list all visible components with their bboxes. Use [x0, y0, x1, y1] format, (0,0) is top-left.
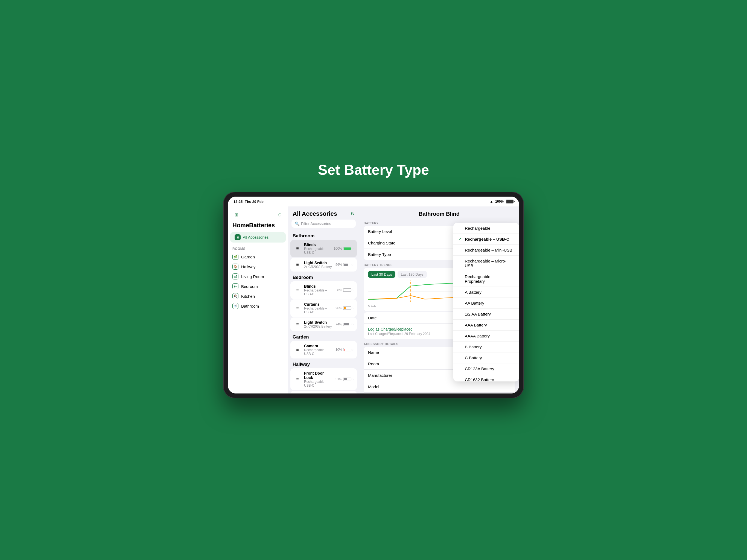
battery-bar-fill [344, 349, 344, 351]
accessory-card[interactable]: ≡ Camera Rechargeable – USB-C 10% › [290, 341, 357, 358]
accessory-card[interactable]: ≡ Smoke Alarm Not Replaceable 12% › [290, 391, 357, 393]
acc-right: 56% › [335, 263, 354, 266]
battery-body [506, 200, 514, 203]
refresh-button[interactable]: ↻ [351, 211, 355, 217]
ipad-screen: 13:25 Thu 29 Feb ▲ 100% ⊞ [228, 197, 519, 393]
dropdown-item[interactable]: AAAA Battery [453, 331, 519, 341]
acc-name: Curtains [304, 302, 333, 307]
last-charged-text: Last Charged/Replaced: 29 February 2024 [368, 332, 430, 336]
sidebar-item-bathroom[interactable]: 🚿 Bathroom [228, 301, 288, 311]
battery-bar-fill [344, 263, 348, 266]
battery-percent: 56% [335, 263, 342, 266]
dropdown-item-label: Rechargeable – USB-C [465, 237, 509, 241]
dropdown-item-label: CR1632 Battery [465, 377, 494, 381]
dropdown-item[interactable]: Rechargeable – Proprietary [453, 271, 519, 287]
accessory-card[interactable]: ≡ Blinds Rechargeable – USB-C 100% › [290, 240, 357, 257]
accessories-panel: All Accessories ↻ 🔍 Filter Accessories B… [288, 206, 359, 393]
room-icon: 🌿 [232, 254, 238, 260]
battery-bar [343, 323, 351, 326]
sidebar-item-garden[interactable]: 🌿 Garden [228, 252, 288, 262]
acc-info: Front Door Lock Rechargeable – USB-C [304, 371, 333, 387]
status-right: ▲ 100% [490, 200, 514, 203]
detail-panel: Bathroom Blind BATTERY Battery Level Cha… [359, 206, 519, 393]
name-label: Name [368, 350, 379, 355]
acc-right: 8% › [337, 288, 354, 292]
room-name: Kitchen [241, 294, 255, 299]
log-action-link[interactable]: Log as Charged/Replaced [368, 327, 413, 331]
sidebar-item-hallway[interactable]: 🏠 Hallway [228, 262, 288, 272]
dropdown-item[interactable]: AAA Battery [453, 320, 519, 331]
accessory-card[interactable]: ≡ Light Switch 2x CR2032 Battery 56% › [290, 258, 357, 272]
dropdown-item[interactable]: CR123A Battery [453, 363, 519, 374]
dropdown-item[interactable]: ✓ Rechargeable – USB-C [453, 234, 519, 245]
detail-title: Bathroom Blind [364, 211, 515, 217]
acc-right: 74% › [335, 322, 354, 326]
battery-type-dropdown[interactable]: Rechargeable✓ Rechargeable – USB-C Recha… [453, 223, 519, 381]
acc-name: Front Door Lock [304, 371, 333, 380]
dropdown-item-label: Rechargeable – Proprietary [465, 274, 514, 284]
acc-info: Curtains Rechargeable – USB-C [304, 302, 333, 314]
acc-name: Light Switch [304, 261, 333, 265]
sidebar-item-bedroom[interactable]: 🛏 Bedroom [228, 281, 288, 291]
accessories-list: Bathroom ≡ Blinds Rechargeable – USB-C 1… [288, 230, 359, 393]
sidebar-item-living-room[interactable]: 🛋 Living Room [228, 272, 288, 281]
acc-name: Blinds [304, 243, 331, 247]
tab-180-days[interactable]: Last 180 Days [397, 271, 427, 278]
dropdown-item[interactable]: Rechargeable – Micro-USB [453, 256, 519, 271]
accessory-card[interactable]: ≡ Front Door Lock Rechargeable – USB-C 5… [290, 368, 357, 390]
acc-sub: Rechargeable – USB-C [304, 307, 333, 314]
accessory-icon: ≡ [294, 261, 301, 269]
acc-sub: Rechargeable – USB-C [304, 380, 333, 387]
manufacturer-label: Manufacturer [368, 373, 392, 378]
sidebar: ⊞ ⊕ HomeBatteries ⊞ All Accessories Room… [228, 206, 288, 393]
accessory-icon: ≡ [294, 346, 301, 354]
sidebar-item-kitchen[interactable]: 🍳 Kitchen [228, 291, 288, 301]
sidebar-add-icon[interactable]: ⊕ [276, 211, 284, 219]
date-display: Thu 29 Feb [245, 200, 264, 204]
acc-info: Camera Rechargeable – USB-C [304, 344, 333, 356]
tab-30-days[interactable]: Last 30 Days [368, 271, 395, 278]
accessory-card[interactable]: ≡ Curtains Rechargeable – USB-C 26% › [290, 299, 357, 317]
room-name: Bathroom [241, 304, 259, 308]
accessory-icon: ≡ [294, 321, 301, 328]
charging-state-label: Charging State [368, 240, 395, 245]
dropdown-item[interactable]: C Battery [453, 353, 519, 363]
chevron-icon: › [353, 377, 354, 381]
search-bar[interactable]: 🔍 Filter Accessories [291, 220, 356, 228]
section-title-bathroom: Bathroom [290, 230, 357, 240]
sidebar-header: ⊞ ⊕ [228, 211, 288, 222]
battery-bar-fill [344, 323, 349, 325]
acc-info: Blinds Rechargeable – USB-C [304, 243, 331, 255]
dropdown-item-label: A Battery [465, 290, 482, 295]
battery-bar [343, 378, 351, 381]
sidebar-panel-icon[interactable]: ⊞ [232, 211, 240, 219]
battery-percent: 10% [335, 348, 342, 352]
acc-info: Blinds Rechargeable – USB-C [304, 284, 335, 296]
dropdown-item-label: 1/2 AA Battery [465, 312, 491, 316]
dropdown-item[interactable]: Rechargeable [453, 223, 519, 234]
dropdown-item[interactable]: CR1632 Battery [453, 374, 519, 381]
acc-info: Light Switch 2x CR2032 Battery [304, 261, 333, 269]
chevron-icon: › [353, 247, 354, 251]
dropdown-item[interactable]: A Battery [453, 287, 519, 298]
room-name: Garden [241, 255, 255, 259]
battery-bar-fill [344, 378, 347, 380]
dropdown-item[interactable]: Rechargeable – Mini-USB [453, 245, 519, 256]
status-bar: 13:25 Thu 29 Feb ▲ 100% [228, 197, 519, 206]
accessory-card[interactable]: ≡ Light Switch 2x CR2032 Battery 74% › [290, 317, 357, 331]
dropdown-item[interactable]: 1/2 AA Battery [453, 309, 519, 320]
battery-fill [506, 200, 513, 203]
dropdown-item[interactable]: B Battery [453, 341, 519, 353]
dropdown-item[interactable]: AA Battery [453, 298, 519, 309]
battery-level-label: Battery Level [368, 229, 392, 234]
page-title: Set Battery Type [318, 161, 429, 178]
room-icon: 🚿 [232, 303, 238, 309]
battery-bar [343, 247, 351, 250]
accessory-card[interactable]: ≡ Blinds Rechargeable – USB-C 8% › [290, 281, 357, 299]
accessory-icon: ≡ [294, 376, 301, 383]
dropdown-item-label: Rechargeable – Micro-USB [465, 259, 514, 268]
all-accessories-button[interactable]: ⊞ All Accessories [230, 232, 286, 243]
model-row: Model [364, 381, 515, 393]
accessories-header: All Accessories ↻ [288, 206, 359, 220]
room-name: Bedroom [241, 284, 258, 289]
